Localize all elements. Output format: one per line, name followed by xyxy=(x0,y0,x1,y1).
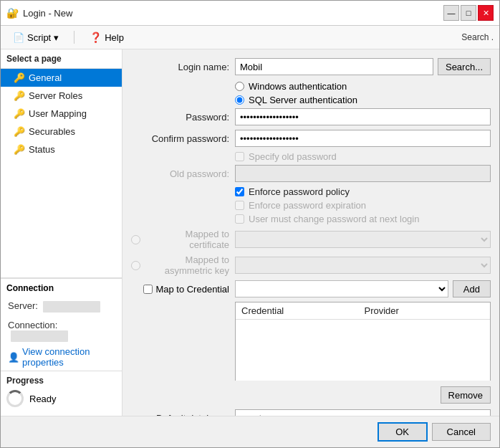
confirm-password-row: Confirm password: xyxy=(131,130,491,147)
mapped-cert-select[interactable] xyxy=(235,231,491,248)
confirm-password-input[interactable] xyxy=(235,130,491,147)
remove-btn-row: Remove xyxy=(235,386,491,404)
windows-auth-radio[interactable] xyxy=(235,82,244,91)
key-icon-3: 🔑 xyxy=(14,108,25,119)
script-button[interactable]: 📄 Script ▾ xyxy=(6,29,65,46)
specify-old-password-label: Specify old password xyxy=(249,151,337,162)
window-title: Login - New xyxy=(23,8,72,19)
windows-auth-label: Windows authentication xyxy=(249,81,347,92)
key-icon: 🔑 xyxy=(14,72,25,83)
ok-button[interactable]: OK xyxy=(378,422,428,442)
mapped-cert-label: Mapped to certificate xyxy=(144,229,229,250)
sidebar-user-mapping-label: User Mapping xyxy=(29,108,87,119)
password-input[interactable] xyxy=(235,108,491,125)
help-button[interactable]: ❓ Help xyxy=(83,29,130,46)
password-input-area xyxy=(235,108,491,125)
mapped-cert-radio[interactable] xyxy=(131,235,140,244)
minimize-button[interactable]: — xyxy=(443,5,459,21)
toolbar-separator xyxy=(74,31,74,44)
password-row: Password: xyxy=(131,108,491,125)
login-input-area: Search... xyxy=(235,58,491,75)
sidebar-connection-section: Connection Server: Connection: 👤 View co… xyxy=(1,277,122,416)
remove-button[interactable]: Remove xyxy=(441,386,491,404)
connection-section: Connection Server: Connection: 👤 View co… xyxy=(1,278,122,371)
windows-auth-row: Windows authentication xyxy=(235,81,491,92)
confirm-password-input-area xyxy=(235,130,491,147)
server-label: Server: xyxy=(8,300,38,311)
help-icon: ❓ xyxy=(90,32,102,43)
enforce-policy-label: Enforce password policy xyxy=(249,186,350,197)
map-credential-checkbox[interactable] xyxy=(143,285,153,294)
credentials-table: Credential Provider xyxy=(235,302,491,381)
sidebar-item-server-roles[interactable]: 🔑 Server Roles xyxy=(1,87,122,105)
map-cred-label-area: Map to Credential xyxy=(131,284,235,295)
enforce-policy-row: Enforce password policy xyxy=(235,186,491,197)
default-database-select[interactable]: master xyxy=(235,409,491,416)
default-database-row: Default database: master xyxy=(131,409,491,416)
view-connection-label: View connection properties xyxy=(22,346,115,368)
sidebar-item-status[interactable]: 🔑 Status xyxy=(1,140,122,158)
key-icon-4: 🔑 xyxy=(14,126,25,137)
sidebar-status-label: Status xyxy=(29,144,55,155)
enforce-expiration-checkbox[interactable] xyxy=(235,201,244,210)
progress-status: Ready xyxy=(29,394,57,404)
auth-options: Windows authentication SQL Server authen… xyxy=(235,81,491,105)
search-button[interactable]: Search... xyxy=(438,58,491,75)
search-label: Search . xyxy=(461,32,494,42)
title-bar-left: 🔐 Login - New xyxy=(6,7,72,19)
script-label: Script xyxy=(27,32,51,43)
confirm-password-label: Confirm password: xyxy=(131,133,235,144)
sidebar-general-label: General xyxy=(29,72,62,83)
credentials-header: Credential Provider xyxy=(236,302,490,320)
specify-old-pwd-row: Specify old password xyxy=(235,151,491,162)
enforce-expiration-row: Enforce password expiration xyxy=(235,200,491,211)
sql-auth-radio[interactable] xyxy=(235,95,244,105)
help-label: Help xyxy=(105,32,124,43)
mapped-cert-row: Mapped to certificate xyxy=(131,229,491,250)
view-connection-properties-link[interactable]: 👤 View connection properties xyxy=(1,343,122,371)
title-controls: — □ ✕ xyxy=(443,5,494,21)
cancel-button[interactable]: Cancel xyxy=(432,423,491,441)
maximize-button[interactable]: □ xyxy=(461,5,476,21)
sidebar-server-roles-label: Server Roles xyxy=(29,90,82,101)
provider-col-header: Provider xyxy=(363,304,486,318)
mapped-key-label: Mapped to asymmetric key xyxy=(144,254,229,276)
connection-value xyxy=(11,330,68,342)
mapped-key-row: Mapped to asymmetric key xyxy=(131,254,491,276)
sidebar-item-user-mapping[interactable]: 🔑 User Mapping xyxy=(1,105,122,123)
mapped-cert-label-area: Mapped to certificate xyxy=(131,229,235,250)
login-name-input[interactable] xyxy=(235,58,433,75)
mapped-key-label-area: Mapped to asymmetric key xyxy=(131,254,235,276)
connection-label: Connection: xyxy=(8,320,57,330)
mapped-key-radio[interactable] xyxy=(131,261,140,270)
sidebar-item-securables[interactable]: 🔑 Securables xyxy=(1,123,122,140)
map-credential-row: Map to Credential Add xyxy=(131,280,491,297)
old-password-input[interactable] xyxy=(235,165,491,182)
specify-old-password-checkbox[interactable] xyxy=(235,152,244,161)
sql-auth-row: SQL Server authentication xyxy=(235,95,491,105)
server-info: Server: xyxy=(1,297,122,314)
old-password-input-area xyxy=(235,165,491,182)
map-credential-label: Map to Credential xyxy=(155,284,229,295)
user-must-change-checkbox[interactable] xyxy=(235,214,244,224)
user-must-change-row: User must change password at next login xyxy=(235,214,491,224)
login-name-label: Login name: xyxy=(131,62,235,72)
add-button[interactable]: Add xyxy=(453,280,491,297)
connection-info: Connection: xyxy=(1,317,122,343)
server-value xyxy=(43,301,100,313)
credential-col-header: Credential xyxy=(240,304,363,318)
enforce-expiration-label: Enforce password expiration xyxy=(249,200,366,211)
enforce-policy-checkbox[interactable] xyxy=(235,187,244,196)
key-icon-2: 🔑 xyxy=(14,90,25,101)
map-credential-select[interactable] xyxy=(235,280,448,297)
progress-section: Progress Ready xyxy=(1,371,122,416)
mapped-key-select[interactable] xyxy=(235,257,491,274)
progress-spinner-icon xyxy=(6,390,24,407)
progress-content: Ready xyxy=(6,386,116,411)
person-icon: 👤 xyxy=(8,352,19,363)
progress-title: Progress xyxy=(6,376,116,386)
credentials-body xyxy=(236,320,490,381)
sidebar-item-general[interactable]: 🔑 General xyxy=(1,69,122,87)
login-name-row: Login name: Search... xyxy=(131,58,491,75)
close-button[interactable]: ✕ xyxy=(478,5,494,21)
